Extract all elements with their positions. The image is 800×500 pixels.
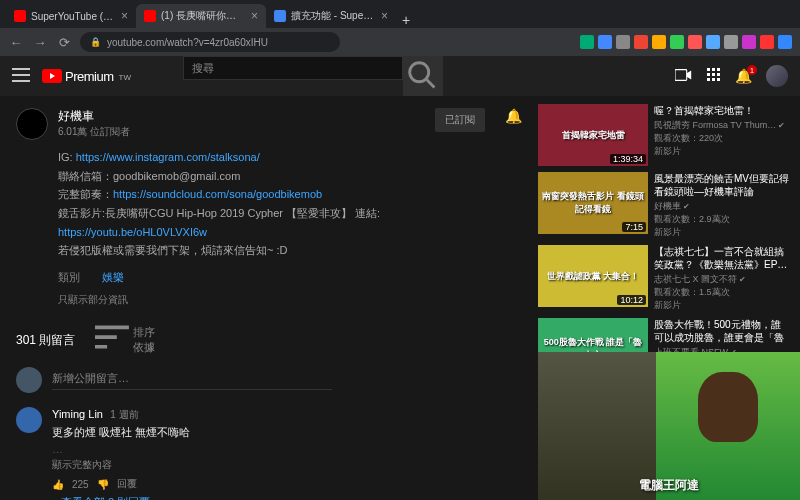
create-video-icon[interactable] — [675, 68, 693, 85]
playlist-link[interactable]: https://soundcloud.com/sona/goodbikemob — [113, 188, 322, 200]
notification-badge: 1 — [747, 65, 757, 75]
rec-new-badge: 新影片 — [654, 145, 790, 158]
rec-title: 喔？首揭韓家宅地雷！ — [654, 104, 790, 117]
commenter-avatar[interactable] — [16, 407, 42, 433]
comment-time: 1 週前 — [110, 409, 138, 420]
extension-icon[interactable] — [742, 35, 756, 49]
thumbs-up-icon[interactable]: 👍 — [52, 479, 64, 490]
lock-icon: 🔒 — [90, 37, 101, 47]
search-input[interactable]: 搜尋 — [183, 56, 403, 80]
extension-icon[interactable] — [580, 35, 594, 49]
rec-channel: 好機車✔ — [654, 200, 790, 213]
youtube-play-icon — [42, 69, 62, 83]
browser-tab[interactable]: 擴充功能 - SuperYouTube (Exten… × — [266, 4, 396, 28]
svg-point-0 — [410, 63, 429, 82]
rec-views: 觀看次數：220次 — [654, 132, 790, 145]
pip-channel-watermark: 電腦王阿達 — [639, 477, 699, 494]
video-thumbnail[interactable]: 南窗突發熱舌影片 看鏡頭記得看鏡 7:15 — [538, 172, 648, 234]
video-ref-link[interactable]: https://youtu.be/oHL0VLVXI6w — [58, 226, 207, 238]
youtube-logo[interactable]: Premium TW — [42, 69, 131, 84]
rec-title: 【志祺七七】一言不合就組搞笑政黨？《歡樂無法黨》EP… — [654, 245, 790, 271]
extension-icon[interactable] — [652, 35, 666, 49]
subscribed-button[interactable]: 已訂閱 — [435, 108, 485, 132]
verified-icon: ✔ — [739, 275, 746, 284]
svg-rect-4 — [717, 68, 720, 71]
new-tab-button[interactable]: + — [396, 12, 416, 28]
url-text: youtube.com/watch?v=4zr0a60xIHU — [107, 37, 268, 48]
chrome-store-favicon-icon — [274, 10, 286, 22]
sort-comments-button[interactable]: 排序依據 — [95, 325, 157, 355]
rec-title: 風景最漂亮的饒舌MV但要記得看鏡頭啦—好機車評論【PCCU… — [654, 172, 790, 198]
show-more-button[interactable]: 只顯示部分資訊 — [58, 293, 522, 307]
video-duration: 1:39:34 — [610, 154, 646, 164]
svg-rect-5 — [707, 73, 710, 76]
contact-email: 聯絡信箱：goodbikemob@gmail.com — [58, 167, 522, 186]
extension-icon[interactable] — [688, 35, 702, 49]
address-bar[interactable]: 🔒 youtube.com/watch?v=4zr0a60xIHU — [80, 32, 340, 52]
rec-views: 觀看次數：2.9萬次 — [654, 213, 790, 226]
thumb-overlay-text: 世界戲謔政黨 大集合！ — [545, 268, 642, 285]
thumb-overlay-text: 首揭韓家宅地雷 — [560, 127, 627, 144]
extension-icons — [580, 35, 792, 49]
reload-button[interactable]: ⟳ — [56, 34, 72, 50]
rec-channel: 志祺七七 X 圖文不符✔ — [654, 273, 790, 286]
svg-rect-3 — [712, 68, 715, 71]
search-button[interactable] — [403, 56, 443, 96]
extension-icon[interactable] — [724, 35, 738, 49]
comment-item: Yiming Lin 1 週前 更多的煙 吸煙社 無煙不嗨哈 … 顯示完整內容 … — [16, 407, 522, 500]
youtube-header: Premium TW 搜尋 🔔 1 — [0, 56, 800, 96]
comment-count: 301 則留言 — [16, 332, 75, 349]
extension-icon[interactable] — [598, 35, 612, 49]
close-icon[interactable]: × — [121, 9, 128, 23]
region-label: TW — [119, 73, 131, 82]
recommendation-item[interactable]: 首揭韓家宅地雷 1:39:34 喔？首揭韓家宅地雷！ 民視讚夯 Formosa … — [538, 104, 790, 166]
svg-rect-10 — [717, 78, 720, 81]
channel-avatar[interactable] — [16, 108, 48, 140]
recommendation-item[interactable]: 南窗突發熱舌影片 看鏡頭記得看鏡 7:15 風景最漂亮的饒舌MV但要記得看鏡頭啦… — [538, 172, 790, 239]
recommendation-item[interactable]: 世界戲謔政黨 大集合！ 10:12 【志祺七七】一言不合就組搞笑政黨？《歡樂無法… — [538, 245, 790, 312]
ig-label: IG: — [58, 151, 76, 163]
comment-input[interactable]: 新增公開留言… — [52, 371, 332, 390]
extension-icon[interactable] — [616, 35, 630, 49]
extension-icon[interactable] — [760, 35, 774, 49]
browser-tab[interactable]: SuperYouTube (Extension for Yo… × — [6, 4, 136, 28]
view-replies-button[interactable]: ▾ 查看全部 2 則回覆 — [52, 495, 522, 500]
category-label: 類別 — [58, 270, 80, 285]
read-more-button[interactable]: 顯示完整內容 — [52, 458, 522, 472]
svg-rect-6 — [712, 73, 715, 76]
forward-button[interactable]: → — [32, 34, 48, 50]
video-ref-label: 鏡舌影片:長庚嘴研CGU Hip-Hop 2019 Cypher 【堅愛非攻】 … — [58, 207, 380, 219]
extension-icon[interactable] — [670, 35, 684, 49]
video-duration: 10:12 — [617, 295, 646, 305]
user-avatar[interactable] — [766, 65, 788, 87]
notifications-bell-icon[interactable]: 🔔 1 — [735, 68, 752, 84]
close-icon[interactable]: × — [381, 9, 388, 23]
category-value[interactable]: 娛樂 — [102, 270, 124, 285]
rec-new-badge: 新影片 — [654, 299, 790, 312]
extension-icon[interactable] — [634, 35, 648, 49]
sort-label: 排序依據 — [133, 325, 157, 355]
playlist-label: 完整節奏： — [58, 188, 113, 200]
browser-toolbar: ← → ⟳ 🔒 youtube.com/watch?v=4zr0a60xIHU — [0, 28, 800, 56]
extension-icon[interactable] — [706, 35, 720, 49]
channel-name[interactable]: 好機車 — [58, 108, 425, 125]
close-icon[interactable]: × — [251, 9, 258, 23]
reply-button[interactable]: 回覆 — [117, 477, 137, 491]
video-duration: 7:15 — [622, 222, 646, 232]
svg-rect-2 — [707, 68, 710, 71]
extension-icon[interactable] — [778, 35, 792, 49]
rec-title: 股魯大作戰！500元禮物，誰可以成功脫魯，誰更會是「魯中… — [654, 318, 790, 344]
picture-in-picture-player[interactable]: 電腦王阿達 — [538, 352, 800, 500]
browser-tab-active[interactable]: (1) 長庚嘴研你們真的吸太多 × — [136, 4, 266, 28]
premium-label: Premium — [65, 69, 114, 84]
apps-grid-icon[interactable] — [707, 68, 721, 85]
video-thumbnail[interactable]: 世界戲謔政黨 大集合！ 10:12 — [538, 245, 648, 307]
ig-link[interactable]: https://www.instagram.com/stalksona/ — [76, 151, 260, 163]
hamburger-menu-icon[interactable] — [12, 68, 30, 85]
video-description: IG: https://www.instagram.com/stalksona/… — [58, 148, 522, 260]
video-thumbnail[interactable]: 首揭韓家宅地雷 1:39:34 — [538, 104, 648, 166]
back-button[interactable]: ← — [8, 34, 24, 50]
comment-author[interactable]: Yiming Lin — [52, 408, 103, 420]
notification-bell-icon[interactable]: 🔔 — [505, 108, 522, 124]
thumbs-down-icon[interactable]: 👎 — [97, 479, 109, 490]
